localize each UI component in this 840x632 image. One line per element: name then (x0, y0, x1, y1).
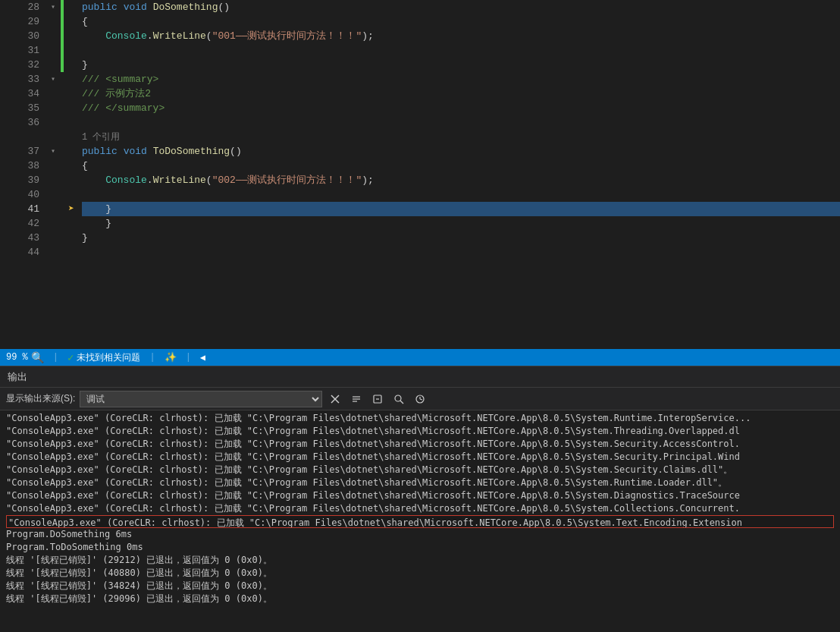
fold-33[interactable]: ▾ (45, 72, 61, 86)
fold-39 (45, 173, 61, 187)
fold-44 (45, 245, 61, 259)
svg-point-4 (395, 395, 401, 401)
code-line-44 (82, 245, 840, 259)
output-line-9: Program.DoSomething 6ms (6, 528, 834, 541)
fold-37[interactable]: ▾ (45, 144, 61, 159)
code-line-29: { (82, 14, 840, 29)
code-container: 28 29 30 31 32 33 34 35 36 37 38 39 40 4… (0, 0, 840, 349)
time-button[interactable] (412, 391, 428, 407)
panel-toolbar: 显示输出来源(S): 调试 (0, 388, 840, 410)
output-line-1: "ConsoleApp3.exe" (CoreCLR: clrhost): 已加… (6, 425, 834, 438)
line-num-42: 42 (0, 216, 39, 231)
output-content[interactable]: "ConsoleApp3.exe" (CoreCLR: clrhost): 已加… (0, 410, 840, 607)
bp-32 (64, 58, 79, 72)
fold-42 (45, 216, 61, 231)
line-num-44: 44 (0, 245, 39, 259)
editor-area: 28 29 30 31 32 33 34 35 36 37 38 39 40 4… (0, 0, 840, 349)
find-icon (393, 394, 404, 404)
output-line-14: 线程 '[线程已销毁]' (29096) 已退出，返回值为 0 (0x0)。 (6, 593, 834, 605)
bp-31 (64, 43, 79, 58)
fold-column: ▾ ▾ ▾ (45, 0, 61, 349)
status-divider-1: | (53, 352, 58, 363)
left-arrow-icon[interactable]: ◀ (200, 352, 205, 363)
magic-icon: ✨ (165, 351, 177, 363)
code-line-33: /// <summary> (82, 72, 840, 86)
bp-37 (64, 144, 79, 159)
bp-41[interactable]: ➤ (64, 202, 79, 216)
bp-43 (64, 231, 79, 245)
code-line-31 (82, 43, 840, 58)
fold-34 (45, 86, 61, 101)
code-line-36 (82, 115, 840, 130)
scroll-lock-button[interactable] (369, 391, 386, 407)
code-line-40 (82, 187, 840, 202)
output-line-12: 线程 '[线程已销毁]' (40880) 已退出，返回值为 0 (0x0)。 (6, 567, 834, 580)
line-num-28: 28 (0, 0, 39, 14)
line-num-32: 32 (0, 58, 39, 72)
line-num-30: 30 (0, 29, 39, 43)
line-num-41: 41 (0, 202, 39, 216)
output-line-13: 线程 '[线程已销毁]' (34824) 已退出，返回值为 0 (0x0)。 (6, 580, 834, 593)
line-num-36: 36 (0, 115, 39, 130)
no-issues: ✓ 未找到相关问题 (67, 351, 140, 364)
line-numbers: 28 29 30 31 32 33 34 35 36 37 38 39 40 4… (0, 0, 45, 349)
line-num-37: 37 (0, 144, 39, 159)
output-line-3: "ConsoleApp3.exe" (CoreCLR: clrhost): 已加… (6, 451, 834, 464)
code-line-32: } (82, 58, 840, 72)
bp-ref (64, 130, 79, 144)
line-num-38: 38 (0, 159, 39, 173)
code-line-35: /// </summary> (82, 101, 840, 115)
fold-43 (45, 231, 61, 245)
fold-40 (45, 187, 61, 202)
code-content[interactable]: public void DoSomething() { Console.Writ… (79, 0, 840, 349)
line-num-31: 31 (0, 43, 39, 58)
output-line-0: "ConsoleApp3.exe" (CoreCLR: clrhost): 已加… (6, 412, 834, 425)
line-num-35: 35 (0, 101, 39, 115)
line-num-39: 39 (0, 173, 39, 187)
output-line-10: Program.ToDoSomething 0ms (6, 541, 834, 554)
source-label: 显示输出来源(S): (6, 392, 75, 405)
bp-40 (64, 187, 79, 202)
line-num-33: 33 (0, 72, 39, 86)
output-line-6: "ConsoleApp3.exe" (CoreCLR: clrhost): 已加… (6, 489, 834, 502)
nav-arrows[interactable]: ◀ (200, 352, 205, 363)
no-issues-text: 未找到相关问题 (77, 351, 140, 364)
code-line-28: public void DoSomething() (82, 0, 840, 14)
bp-42 (64, 216, 79, 231)
bp-35 (64, 101, 79, 115)
status-divider-3: | (186, 352, 191, 363)
zoom-icon: 🔍 (31, 351, 44, 364)
breakpoint-column: ➤ (64, 0, 79, 349)
fold-28[interactable]: ▾ (45, 0, 61, 14)
code-line-30: Console.WriteLine("001——测试执行时间方法！！！"); (82, 29, 840, 43)
output-line-4: "ConsoleApp3.exe" (CoreCLR: clrhost): 已加… (6, 464, 834, 476)
zoom-control[interactable]: 99 % 🔍 (6, 351, 44, 364)
bp-44 (64, 245, 79, 259)
code-line-ref: 1 个引用 (82, 130, 840, 144)
code-line-39: Console.WriteLine("002——测试执行时间方法！！！"); (82, 173, 840, 187)
output-line-11: 线程 '[线程已销毁]' (29212) 已退出，返回值为 0 (0x0)。 (6, 554, 834, 567)
output-line-8-highlighted: "ConsoleApp3.exe" (CoreCLR: clrhost): 已加… (6, 515, 834, 528)
fold-29 (45, 14, 61, 29)
find-in-output-button[interactable] (390, 391, 407, 407)
output-line-5: "ConsoleApp3.exe" (CoreCLR: clrhost): 已加… (6, 476, 834, 489)
wrap-output-button[interactable] (348, 391, 365, 407)
fold-38 (45, 159, 61, 173)
wrap-icon (351, 394, 362, 404)
fold-41 (45, 202, 61, 216)
panel-title-bar: 输出 (0, 366, 840, 388)
scroll-lock-icon (372, 394, 383, 404)
bp-34 (64, 86, 79, 101)
output-source-select[interactable]: 调试 (80, 391, 322, 407)
code-line-43: } (82, 231, 840, 245)
zoom-value[interactable]: 99 % (6, 352, 28, 363)
clear-output-button[interactable] (327, 391, 343, 407)
bp-30 (64, 29, 79, 43)
output-line-7: "ConsoleApp3.exe" (CoreCLR: clrhost): 已加… (6, 502, 834, 515)
clock-icon (415, 394, 425, 404)
code-line-34: /// 示例方法2 (82, 86, 840, 101)
line-num-ref (0, 130, 39, 144)
debugger-arrow-icon: ➤ (68, 204, 74, 214)
output-panel: 输出 显示输出来源(S): 调试 (0, 366, 840, 607)
svg-line-8 (420, 399, 422, 400)
